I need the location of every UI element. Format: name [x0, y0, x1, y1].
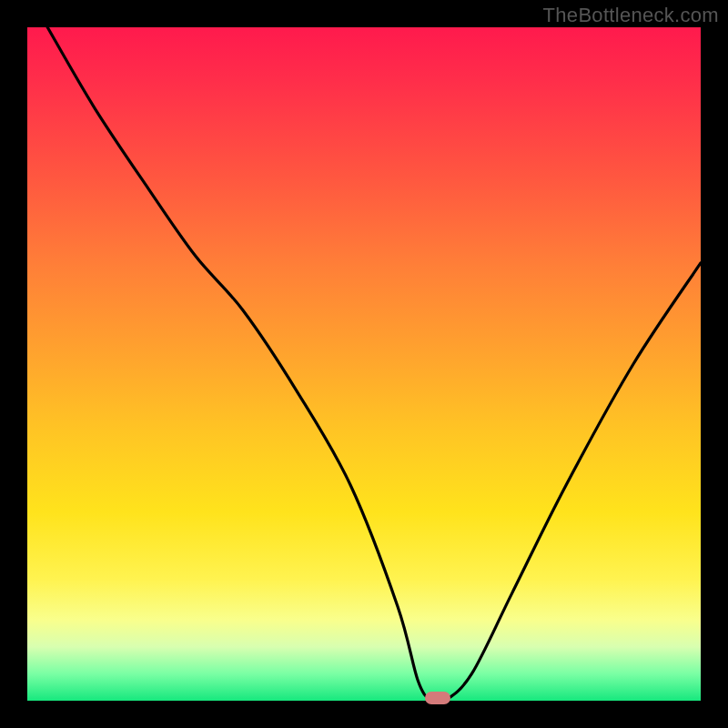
watermark-text: TheBottleneck.com [543, 4, 719, 27]
bottleneck-curve [47, 27, 701, 701]
optimal-marker [425, 692, 450, 704]
chart-frame [27, 27, 701, 701]
chart-curve-svg [27, 27, 701, 701]
